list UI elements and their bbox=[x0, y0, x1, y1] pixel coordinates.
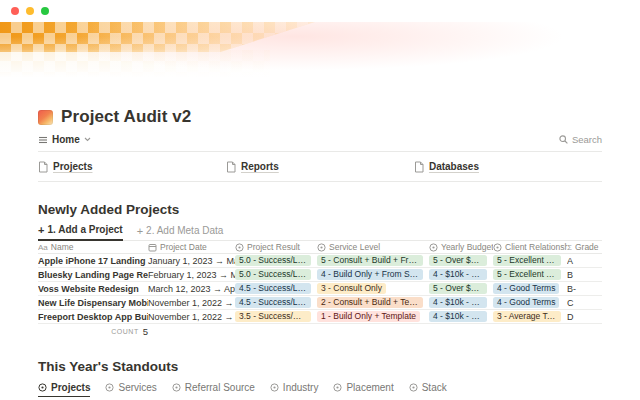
nav-link-label: Databases bbox=[429, 161, 479, 172]
column-header-project-date[interactable]: Project Date bbox=[148, 242, 235, 252]
column-label: Service Level bbox=[329, 242, 380, 252]
cell-client-relationship[interactable]: 5 - Excellent Terms bbox=[493, 269, 567, 280]
projects-table: Aa Name Project Date Project Result bbox=[38, 240, 602, 338]
cell-grade[interactable]: B bbox=[567, 270, 602, 280]
cell-yearly-budget[interactable]: 5 - Over $50k bbox=[429, 255, 493, 266]
cell-service-level[interactable]: 1 - Build Only + Template bbox=[317, 311, 429, 322]
status-badge: 5 - Consult + Build + From Scratch bbox=[317, 255, 423, 266]
cell-yearly-budget[interactable]: 5 - Over $50k bbox=[429, 283, 493, 294]
cell-project-result[interactable]: 3.5 - Success/Deliver... bbox=[235, 311, 317, 322]
cell-service-level[interactable]: 2 - Consult + Build + Template bbox=[317, 297, 429, 308]
cell-yearly-budget[interactable]: 4 - $10k - $50k bbox=[429, 311, 493, 322]
cell-project-date[interactable]: November 1, 2022 → March 31, 2023 bbox=[148, 312, 235, 322]
cell-name[interactable]: Voss Website Redesign bbox=[38, 284, 148, 294]
cell-name[interactable]: Freeport Desktop App Build bbox=[38, 312, 148, 322]
status-badge: 3 - Consult Only bbox=[317, 283, 386, 294]
nav-link-databases[interactable]: Databases bbox=[414, 161, 602, 173]
table-row[interactable]: Apple iPhone 17 Landing Page January 1, … bbox=[38, 254, 602, 268]
column-label: Project Date bbox=[160, 242, 207, 252]
breadcrumb-label: Home bbox=[52, 134, 80, 145]
circle-dot-icon bbox=[38, 383, 47, 392]
view-tab-add-meta-data[interactable]: + 2. Add Meta Data bbox=[137, 225, 224, 240]
table-row[interactable]: Voss Website Redesign March 12, 2023 → A… bbox=[38, 282, 602, 296]
cell-name[interactable]: Apple iPhone 17 Landing Page bbox=[38, 256, 148, 266]
page-icon bbox=[414, 161, 424, 173]
window-minimize-button[interactable] bbox=[26, 7, 34, 15]
cell-name[interactable]: Bluesky Landing Page Redesign bbox=[38, 270, 148, 280]
cell-project-result[interactable]: 4.5 - Success/Live/LP bbox=[235, 297, 317, 308]
formula-icon: Σ bbox=[567, 243, 572, 252]
view-tab-services[interactable]: Services bbox=[105, 382, 156, 396]
table-row[interactable]: Bluesky Landing Page Redesign February 1… bbox=[38, 268, 602, 282]
cell-client-relationship[interactable]: 3 - Average Terms bbox=[493, 311, 567, 322]
column-header-name[interactable]: Aa Name bbox=[38, 242, 148, 252]
cell-yearly-budget[interactable]: 4 - $10k - $50k bbox=[429, 269, 493, 280]
window-zoom-button[interactable] bbox=[41, 7, 49, 15]
cell-project-date[interactable]: March 12, 2023 → April 30, 2023 bbox=[148, 284, 235, 294]
nav-link-projects[interactable]: Projects bbox=[38, 161, 226, 173]
status-badge: 5.0 - Success/Live/HP bbox=[235, 255, 311, 266]
cell-grade[interactable]: B- bbox=[567, 284, 602, 294]
circle-dot-icon bbox=[105, 383, 114, 392]
status-badge: 2 - Consult + Build + Template bbox=[317, 297, 423, 308]
nav-link-label: Reports bbox=[241, 161, 279, 172]
view-tab-label: Industry bbox=[283, 382, 319, 393]
nav-link-label: Projects bbox=[53, 161, 92, 172]
cell-project-result[interactable]: 5.0 - Success/Live/HP bbox=[235, 269, 317, 280]
count-calculation[interactable]: COUNT 5 bbox=[38, 326, 148, 337]
view-tab-placement[interactable]: Placement bbox=[333, 382, 393, 396]
status-badge: 4.5 - Success/Live/LP bbox=[235, 283, 311, 294]
column-header-grade[interactable]: Σ Grade bbox=[567, 242, 602, 252]
status-badge: 4 - $10k - $50k bbox=[429, 311, 487, 322]
cell-project-result[interactable]: 5.0 - Success/Live/HP bbox=[235, 255, 317, 266]
cell-grade[interactable]: A bbox=[567, 256, 602, 266]
cell-service-level[interactable]: 4 - Build Only + From Scratch bbox=[317, 269, 429, 280]
column-header-yearly-budget[interactable]: Yearly Budget bbox=[429, 242, 493, 252]
breadcrumb-home-tab[interactable]: Home bbox=[38, 134, 91, 145]
cell-client-relationship[interactable]: 4 - Good Terms bbox=[493, 283, 567, 294]
status-badge: 5 - Excellent Terms bbox=[493, 255, 561, 266]
view-tab-industry[interactable]: Industry bbox=[270, 382, 319, 396]
column-label: Name bbox=[51, 242, 74, 252]
column-header-service-level[interactable]: Service Level bbox=[317, 242, 429, 252]
view-tab-label: Placement bbox=[346, 382, 393, 393]
column-label: Grade bbox=[575, 242, 599, 252]
table-header-row: Aa Name Project Date Project Result bbox=[38, 240, 602, 254]
cell-yearly-budget[interactable]: 4 - $10k - $50k bbox=[429, 297, 493, 308]
cell-project-date[interactable]: November 1, 2022 → December 31, 2022 bbox=[148, 298, 235, 308]
text-icon: Aa bbox=[38, 243, 48, 252]
cell-service-level[interactable]: 5 - Consult + Build + From Scratch bbox=[317, 255, 429, 266]
cell-project-date[interactable]: January 1, 2023 → March 31, 2023 bbox=[148, 256, 235, 266]
select-icon bbox=[493, 243, 502, 252]
select-icon bbox=[429, 243, 438, 252]
view-tab-referral-source[interactable]: Referral Source bbox=[172, 382, 255, 396]
table-row[interactable]: New Life Dispensary Mobile App Design No… bbox=[38, 296, 602, 310]
view-tab-add-a-project[interactable]: + 1. Add a Project bbox=[38, 224, 123, 241]
select-icon bbox=[317, 243, 326, 252]
column-header-project-result[interactable]: Project Result bbox=[235, 242, 317, 252]
app-window: Project Audit v2 Home Search bbox=[0, 0, 640, 398]
status-badge: 4 - Build Only + From Scratch bbox=[317, 269, 423, 280]
breadcrumb-bar: Home Search bbox=[38, 128, 602, 152]
cell-name[interactable]: New Life Dispensary Mobile App Design bbox=[38, 298, 148, 308]
page-icon bbox=[226, 161, 236, 173]
column-header-client-relationship[interactable]: Client Relationship bbox=[493, 242, 567, 252]
count-value: 5 bbox=[143, 326, 148, 337]
status-badge: 4 - $10k - $50k bbox=[429, 297, 487, 308]
cell-project-date[interactable]: February 1, 2023 → March 31, 2023 bbox=[148, 270, 235, 280]
search-button[interactable]: Search bbox=[559, 134, 602, 145]
view-tab-label: Referral Source bbox=[185, 382, 255, 393]
cell-service-level[interactable]: 3 - Consult Only bbox=[317, 283, 429, 294]
quick-links: Projects Reports Databases bbox=[38, 152, 602, 182]
table-row[interactable]: Freeport Desktop App Build November 1, 2… bbox=[38, 310, 602, 324]
cell-grade[interactable]: C bbox=[567, 298, 602, 308]
view-tab-stack[interactable]: Stack bbox=[409, 382, 447, 396]
cell-client-relationship[interactable]: 4 - Good Terms bbox=[493, 297, 567, 308]
view-tab-projects[interactable]: Projects bbox=[38, 382, 90, 397]
cell-project-result[interactable]: 4.5 - Success/Live/LP bbox=[235, 283, 317, 294]
circle-dot-icon bbox=[409, 383, 418, 392]
nav-link-reports[interactable]: Reports bbox=[226, 161, 414, 173]
cell-grade[interactable]: D bbox=[567, 312, 602, 322]
window-close-button[interactable] bbox=[11, 7, 19, 15]
cell-client-relationship[interactable]: 5 - Excellent Terms bbox=[493, 255, 567, 266]
